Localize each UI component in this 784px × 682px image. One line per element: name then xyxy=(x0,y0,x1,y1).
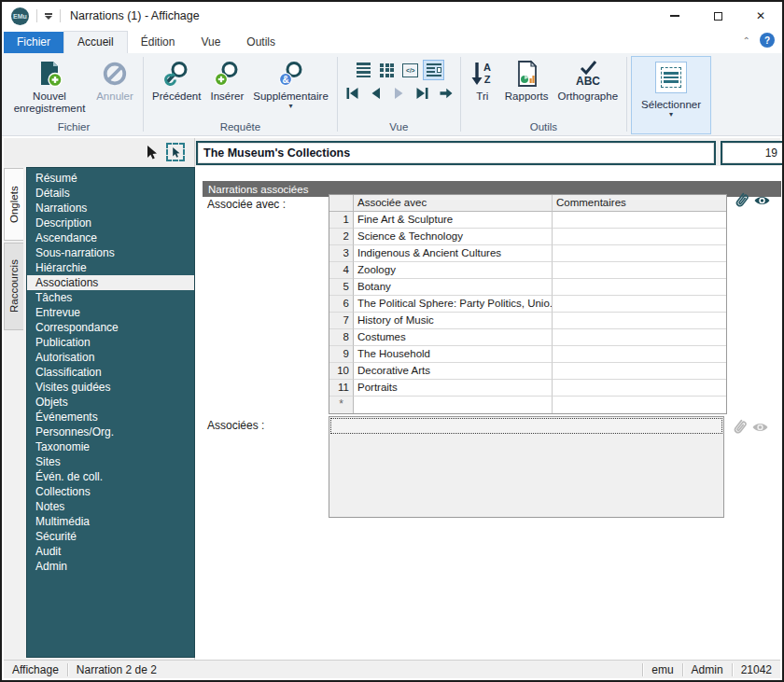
sidebar-item[interactable]: Associations xyxy=(27,275,194,290)
associated-with-cell[interactable]: Botany xyxy=(354,279,553,296)
sidebar-item[interactable]: Objets xyxy=(27,395,194,410)
column-header[interactable]: Commentaires xyxy=(553,195,726,212)
sidebar-item[interactable]: Classification xyxy=(27,365,194,380)
sidebar-item[interactable]: Évén. de coll. xyxy=(27,469,194,484)
supplementary-query-button[interactable]: & Supplémentaire ▾ xyxy=(248,56,333,110)
associated-with-cell[interactable]: Indigenous & Ancient Cultures xyxy=(354,245,553,262)
sidebar-item[interactable]: Autorisation xyxy=(27,350,194,365)
comments-cell[interactable] xyxy=(553,363,726,380)
associated-with-cell[interactable]: Fine Art & Sculpture xyxy=(354,212,553,229)
comments-cell[interactable] xyxy=(553,346,726,363)
table-row[interactable]: 6 The Political Sphere: Party Politics, … xyxy=(329,296,726,313)
view-attachment-eye-icon[interactable] xyxy=(753,194,771,207)
sidebar-item[interactable]: Ascendance xyxy=(27,230,194,245)
collapse-ribbon-icon[interactable]: ⌃ xyxy=(743,35,750,46)
sidebar-item[interactable]: Audit xyxy=(27,544,194,559)
sidebar-item[interactable]: Détails xyxy=(27,186,194,201)
focused-empty-row[interactable] xyxy=(330,418,722,434)
tab-fichier[interactable]: Fichier xyxy=(4,32,63,53)
previous-query-button[interactable]: Précédent xyxy=(147,56,205,104)
list-view-button[interactable] xyxy=(353,60,374,80)
tab-outils[interactable]: Outils xyxy=(233,32,288,53)
quick-access-dropdown-icon[interactable] xyxy=(45,13,52,20)
sidebar-item[interactable]: Hiérarchie xyxy=(27,260,194,275)
sidebar-item[interactable]: Visites guidées xyxy=(27,380,194,395)
sidebar-item[interactable]: Personnes/Org. xyxy=(27,425,194,439)
sidebar-item[interactable]: Sous-narrations xyxy=(27,245,194,260)
column-header[interactable]: Associée avec xyxy=(354,195,553,212)
previous-record-button[interactable] xyxy=(365,83,386,104)
details-view-button[interactable] xyxy=(423,60,444,80)
associated-with-cell[interactable]: The Household xyxy=(354,346,553,363)
minimize-button[interactable] xyxy=(653,2,696,30)
table-row[interactable]: 5 Botany xyxy=(329,279,726,296)
cursor-arrow-icon[interactable] xyxy=(145,145,159,160)
comments-cell[interactable] xyxy=(553,313,726,329)
sidebar-item[interactable]: Publication xyxy=(27,335,194,350)
help-button[interactable]: ? xyxy=(760,33,775,48)
associated-with-cell[interactable]: Science & Technology xyxy=(354,229,553,245)
sidebar-item[interactable]: Événements xyxy=(27,410,194,425)
last-record-button[interactable] xyxy=(412,83,433,104)
sidebar-item[interactable]: Notes xyxy=(27,499,194,514)
xml-view-button[interactable]: </> xyxy=(399,60,421,80)
select-record-tool-icon[interactable] xyxy=(166,143,185,161)
sidebar-item[interactable]: Entrevue xyxy=(27,305,194,320)
tab-vue[interactable]: Vue xyxy=(188,32,233,53)
select-button[interactable]: Sélectionner ▾ xyxy=(631,56,711,134)
close-button[interactable]: ✕ xyxy=(739,2,782,30)
sort-button[interactable]: AZ Tri xyxy=(465,56,500,104)
comments-cell[interactable] xyxy=(553,262,726,279)
goto-record-button[interactable] xyxy=(435,83,456,104)
new-record-button[interactable]: Nouvel enregistrement xyxy=(8,56,91,116)
maximize-button[interactable] xyxy=(696,2,739,30)
table-row[interactable]: 3 Indigenous & Ancient Cultures xyxy=(329,245,726,262)
table-row[interactable]: 9 The Household xyxy=(329,346,726,363)
sidebar-item[interactable]: Sécurité xyxy=(27,529,194,544)
comments-cell[interactable] xyxy=(553,279,726,296)
tab-accueil[interactable]: Accueil xyxy=(63,31,128,53)
table-row[interactable]: 4 Zoology xyxy=(329,262,726,279)
sidebar-item[interactable]: Taxonomie xyxy=(27,439,194,454)
spelling-button[interactable]: ABC Orthographe xyxy=(553,56,623,104)
comments-cell[interactable] xyxy=(553,245,726,262)
comments-cell[interactable] xyxy=(553,380,726,397)
sidebar-item[interactable]: Description xyxy=(27,216,194,230)
table-row[interactable]: 7 History of Music xyxy=(329,313,726,329)
tab-edition[interactable]: Édition xyxy=(128,32,189,53)
sidebar-tab-raccourcis[interactable]: Raccourcis xyxy=(4,243,23,330)
first-record-button[interactable] xyxy=(342,83,363,104)
attachment-icon[interactable] xyxy=(733,191,750,210)
sidebar-item[interactable]: Correspondance xyxy=(27,320,194,335)
comments-cell[interactable] xyxy=(553,296,726,313)
associated-label: Associées : xyxy=(207,419,264,432)
associated-with-cell[interactable]: Portraits xyxy=(354,380,553,397)
comments-cell[interactable] xyxy=(553,212,726,229)
table-row[interactable]: 2 Science & Technology xyxy=(329,229,726,245)
associated-with-cell[interactable]: The Political Sphere: Party Politics, Un… xyxy=(354,296,553,313)
comments-cell[interactable] xyxy=(553,229,726,245)
associated-with-cell[interactable]: Zoology xyxy=(354,262,553,279)
sidebar-item[interactable]: Résumé xyxy=(27,171,194,186)
associated-listbox[interactable] xyxy=(329,416,724,518)
table-row[interactable]: 1 Fine Art & Sculpture xyxy=(329,212,726,229)
table-row[interactable]: 8 Costumes xyxy=(329,329,726,346)
new-row[interactable]: * xyxy=(329,397,726,413)
sidebar-item[interactable]: Collections xyxy=(27,484,194,499)
reports-button[interactable]: Rapports xyxy=(500,56,553,104)
sidebar-item[interactable]: Sites xyxy=(27,454,194,469)
sidebar-item[interactable]: Admin xyxy=(27,559,194,574)
sidebar-item[interactable]: Multimédia xyxy=(27,514,194,529)
table-row[interactable]: 11 Portraits xyxy=(329,380,726,397)
sidebar-tab-onglets[interactable]: Onglets xyxy=(4,168,23,241)
insert-query-button[interactable]: Insérer xyxy=(205,56,248,104)
sidebar-item[interactable]: Narrations xyxy=(27,201,194,216)
associated-with-cell[interactable]: Costumes xyxy=(354,329,553,346)
comments-cell[interactable] xyxy=(553,329,726,346)
table-row[interactable]: 10 Decorative Arts xyxy=(329,363,726,380)
associated-with-cell[interactable]: History of Music xyxy=(354,313,553,329)
sidebar-item[interactable]: Tâches xyxy=(27,290,194,305)
ribbon-group-selection: Sélectionner ▾ xyxy=(628,55,714,135)
associated-with-cell[interactable]: Decorative Arts xyxy=(354,363,553,380)
contact-sheet-view-button[interactable] xyxy=(376,60,398,80)
